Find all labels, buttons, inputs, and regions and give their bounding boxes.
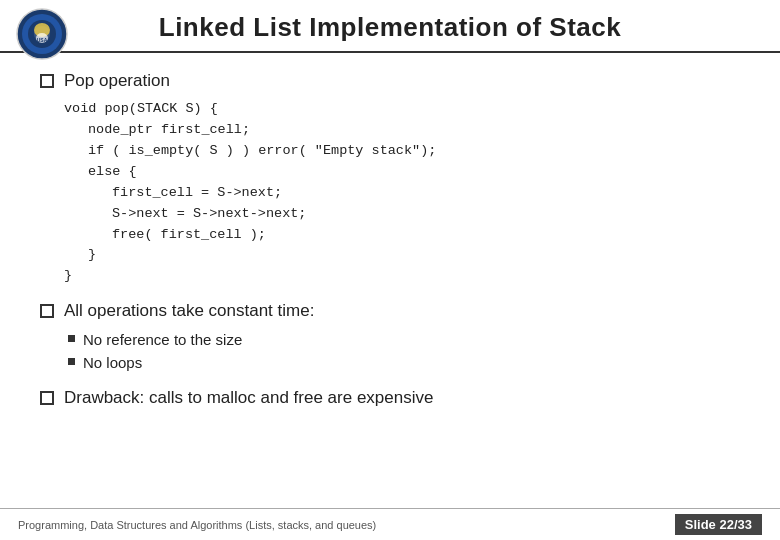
slide-number: Slide 22/33 — [675, 514, 762, 535]
sub-bullet-icon-2 — [68, 358, 75, 365]
bullet-icon-allops — [40, 304, 54, 318]
section-title-allops: All operations take constant time: — [64, 301, 314, 321]
section-heading-allops: All operations take constant time: — [40, 301, 740, 321]
code-line-2: node_ptr first_cell; — [64, 120, 740, 141]
slide-title: Linked List Implementation of Stack — [159, 12, 621, 43]
slide-footer: Programming, Data Structures and Algorit… — [0, 508, 780, 540]
sub-bullet-label-1: No reference to the size — [83, 329, 242, 352]
code-block-pop: void pop(STACK S) { node_ptr first_cell;… — [64, 99, 740, 287]
footer-left-text: Programming, Data Structures and Algorit… — [18, 519, 376, 531]
svg-text:USA: USA — [37, 37, 48, 43]
section-title-pop: Pop operation — [64, 71, 170, 91]
section-all-operations: All operations take constant time: No re… — [40, 301, 740, 374]
sub-bullet-list: No reference to the size No loops — [68, 329, 740, 374]
sub-bullet-item-1: No reference to the size — [68, 329, 740, 352]
code-line-6: S->next = S->next->next; — [64, 204, 740, 225]
code-line-4: else { — [64, 162, 740, 183]
section-pop-operation: Pop operation void pop(STACK S) { node_p… — [40, 71, 740, 287]
bullet-icon-pop — [40, 74, 54, 88]
code-line-5: first_cell = S->next; — [64, 183, 740, 204]
section-heading-drawback: Drawback: calls to malloc and free are e… — [40, 388, 740, 408]
sub-bullet-icon-1 — [68, 335, 75, 342]
sub-bullet-label-2: No loops — [83, 352, 142, 375]
code-line-8: } — [64, 245, 740, 266]
slide-header: USA Linked List Implementation of Stack — [0, 0, 780, 53]
code-line-7: free( first_cell ); — [64, 225, 740, 246]
section-title-drawback: Drawback: calls to malloc and free are e… — [64, 388, 433, 408]
code-line-3: if ( is_empty( S ) ) error( "Empty stack… — [64, 141, 740, 162]
main-content: Pop operation void pop(STACK S) { node_p… — [0, 53, 780, 432]
code-line-1: void pop(STACK S) { — [64, 99, 740, 120]
section-heading-pop: Pop operation — [40, 71, 740, 91]
section-drawback: Drawback: calls to malloc and free are e… — [40, 388, 740, 408]
code-line-9: } — [64, 266, 740, 287]
bullet-icon-drawback — [40, 391, 54, 405]
sub-bullet-item-2: No loops — [68, 352, 740, 375]
logo: USA — [16, 8, 68, 60]
